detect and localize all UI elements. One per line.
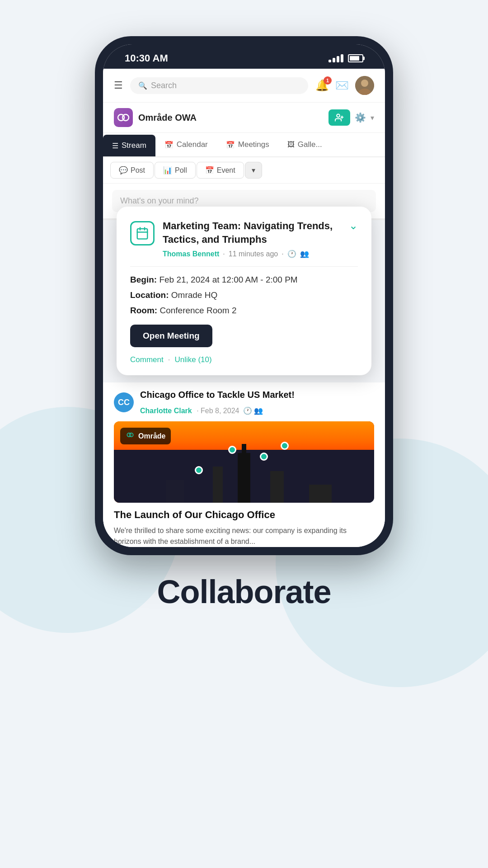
chicago-article-excerpt: We're thrilled to share some exciting ne… — [114, 525, 374, 547]
settings-icon[interactable]: ⚙️ — [355, 112, 366, 123]
svg-point-1 — [361, 80, 368, 87]
room-value: Conference Room 2 — [160, 306, 236, 315]
app-header: ☰ 🔍 Search 🔔 1 ✉️ — [103, 69, 385, 103]
map-pin-3 — [281, 442, 289, 450]
stream-tab-label: Stream — [122, 141, 146, 150]
settings-dropdown-icon[interactable]: ▾ — [371, 113, 374, 122]
group-logo — [114, 108, 133, 127]
signal-bar-1 — [328, 60, 331, 62]
meeting-collapse-icon[interactable]: ⌄ — [349, 219, 358, 232]
meeting-meta: Thomas Bennett · 11 minutes ago · 🕐 👥 — [163, 250, 349, 258]
chicago-post-clock-icon: 🕐 — [243, 407, 252, 415]
signal-bar-2 — [333, 58, 335, 62]
calendar-tab-icon: 📅 — [164, 141, 174, 149]
chicago-post: CC Chicago Office to Tackle US Market! C… — [103, 382, 385, 547]
chicago-post-avatar: CC — [114, 392, 134, 412]
location-label: Location: — [130, 290, 169, 300]
poll-label: Poll — [175, 166, 187, 175]
header-icons: 🔔 1 ✉️ — [315, 76, 374, 95]
meeting-group-icon: 👥 — [300, 250, 309, 258]
signal-bars — [328, 54, 343, 62]
poll-button[interactable]: 📊 Poll — [155, 162, 196, 179]
chicago-post-date: · Feb 8, 2024 — [197, 407, 241, 415]
meeting-card-footer: Comment · Unlike (10) — [130, 355, 358, 364]
meeting-details: Begin: Feb 21, 2024 at 12:00 AM - 2:00 P… — [130, 275, 358, 316]
event-button[interactable]: 📅 Event — [197, 162, 244, 179]
meeting-room-row: Room: Conference Room 2 — [130, 306, 358, 316]
status-bar: 10:30 AM — [103, 44, 385, 69]
calendar-tab-label: Calendar — [177, 140, 208, 149]
tab-stream[interactable]: ☰ Stream — [103, 135, 155, 156]
meeting-location-row: Location: Omrade HQ — [130, 290, 358, 300]
room-label: Room: — [130, 306, 157, 315]
meeting-card-left: Marketing Team: Navigating Trends, Tacti… — [130, 219, 349, 258]
signal-bar-3 — [337, 56, 339, 62]
meetings-tab-icon: 📅 — [226, 141, 235, 149]
post-button[interactable]: 💬 Post — [110, 162, 154, 179]
status-icons — [328, 54, 363, 62]
search-bar[interactable]: 🔍 Search — [130, 77, 308, 94]
phone-screen: 10:30 AM ☰ 🔍 Search — [103, 44, 385, 547]
tab-gallery[interactable]: 🖼 Galle... — [278, 133, 331, 156]
meeting-card: Marketing Team: Navigating Trends, Tacti… — [117, 207, 371, 375]
comment-link[interactable]: Comment — [130, 355, 164, 364]
event-icon: 📅 — [205, 166, 214, 175]
gallery-tab-icon: 🖼 — [287, 141, 295, 149]
begin-label: Begin: — [130, 275, 157, 284]
begin-value: Feb 21, 2024 at 12:00 AM - 2:00 PM — [159, 275, 297, 284]
group-actions: ⚙️ ▾ — [328, 109, 374, 126]
unlike-link[interactable]: Unlike (10) — [174, 355, 211, 364]
post-icon: 💬 — [119, 166, 128, 175]
meeting-time-ago: 11 minutes ago — [229, 250, 278, 258]
location-value: Omrade HQ — [171, 290, 217, 300]
tab-meetings[interactable]: 📅 Meetings — [217, 133, 278, 156]
group-bar: Område OWA ⚙️ ▾ — [103, 103, 385, 133]
battery-fill — [350, 56, 359, 61]
chicago-image: Område — [114, 421, 374, 503]
signal-bar-4 — [341, 54, 343, 62]
map-pin-1 — [228, 446, 236, 454]
footer-separator: · — [168, 355, 170, 364]
notification-badge: 1 — [324, 76, 332, 85]
group-info: Område OWA — [114, 108, 197, 127]
user-avatar[interactable] — [355, 76, 374, 95]
hamburger-menu-icon[interactable]: ☰ — [114, 80, 123, 91]
battery-icon — [348, 54, 363, 62]
more-button[interactable]: ▾ — [245, 162, 262, 179]
follow-button[interactable] — [328, 109, 350, 126]
svg-point-4 — [122, 114, 129, 121]
meeting-begin-row: Begin: Feb 21, 2024 at 12:00 AM - 2:00 P… — [130, 275, 358, 285]
mail-icon[interactable]: ✉️ — [335, 79, 349, 92]
chicago-post-title: Chicago Office to Tackle US Market! — [140, 390, 295, 400]
notification-button[interactable]: 🔔 1 — [315, 79, 329, 92]
open-meeting-button[interactable]: Open Meeting — [130, 325, 212, 347]
meeting-author[interactable]: Thomas Bennett — [163, 250, 219, 258]
meeting-card-header: Marketing Team: Navigating Trends, Tacti… — [130, 219, 358, 258]
poll-icon: 📊 — [163, 166, 172, 175]
search-placeholder-text: Search — [151, 81, 177, 90]
gallery-tab-label: Galle... — [298, 140, 322, 149]
search-icon: 🔍 — [138, 81, 147, 90]
group-name: Område OWA — [138, 113, 197, 123]
meeting-clock-icon: 🕐 — [287, 250, 296, 258]
chicago-article-title: The Launch of Our Chicago Office — [114, 509, 374, 521]
map-pin-4 — [195, 466, 203, 474]
tab-calendar[interactable]: 📅 Calendar — [155, 133, 217, 156]
svg-rect-8 — [137, 229, 148, 239]
svg-point-5 — [337, 114, 340, 118]
chicago-post-group-icon: 👥 — [254, 407, 263, 415]
stream-tab-icon: ☰ — [112, 142, 118, 150]
map-pin-2 — [260, 453, 268, 461]
status-time: 10:30 AM — [125, 52, 168, 64]
meeting-title: Marketing Team: Navigating Trends, Tacti… — [163, 219, 349, 246]
post-actions-bar: 💬 Post 📊 Poll 📅 Event ▾ — [103, 157, 385, 184]
battery-tip — [363, 57, 365, 60]
phone-frame: 10:30 AM ☰ 🔍 Search — [95, 36, 393, 555]
post-label: Post — [131, 166, 145, 175]
chicago-post-author[interactable]: Charlotte Clark — [140, 407, 192, 415]
event-label: Event — [217, 166, 235, 175]
meeting-card-divider — [130, 266, 358, 267]
navigation-tabs: ☰ Stream 📅 Calendar 📅 Meetings 🖼 Galle..… — [103, 133, 385, 157]
collaborate-label: Collaborate — [157, 573, 331, 610]
meetings-tab-label: Meetings — [238, 140, 269, 149]
